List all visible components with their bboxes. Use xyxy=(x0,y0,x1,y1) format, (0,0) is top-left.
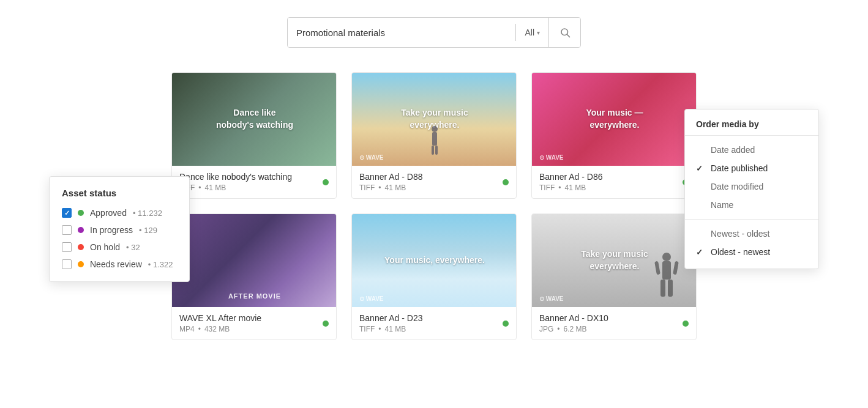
status-label-needs_review: Needs review xyxy=(90,259,142,269)
search-bar-container: All ▾ xyxy=(0,0,868,72)
format-label: JPG xyxy=(539,325,553,333)
order-media-panel: Order media by Date added ✓ Date publish… xyxy=(684,109,819,269)
status-dot xyxy=(503,179,509,185)
card-meta-group: Dance like nobody's watching TIFF • 41 M… xyxy=(179,172,292,192)
sort-option-name[interactable]: Name xyxy=(685,196,818,214)
svg-rect-7 xyxy=(662,261,671,280)
media-card-info: Banner Ad - D88 TIFF • 41 MB xyxy=(352,166,516,198)
filter-label: All xyxy=(525,28,534,37)
status-dot xyxy=(323,179,329,185)
status-checkbox-in_progress[interactable] xyxy=(62,225,72,235)
status-item-needs_review[interactable]: Needs review • 1.322 xyxy=(62,259,177,269)
status-count-approved: • 11.232 xyxy=(133,209,162,218)
sort-label-date_modified: Date modified xyxy=(711,182,763,191)
status-dot xyxy=(323,321,329,327)
dot-separator: • xyxy=(198,325,201,333)
order-divider-top xyxy=(685,135,818,136)
person-silhouette xyxy=(654,252,679,301)
status-dot xyxy=(503,321,509,327)
svg-line-1 xyxy=(567,34,569,37)
dot-separator: • xyxy=(558,184,561,192)
size-label: 6.2 MB xyxy=(564,325,587,333)
media-card-info: Banner Ad - D86 TIFF • 41 MB xyxy=(532,166,696,198)
check-icon-oldest_newest: ✓ xyxy=(696,248,705,257)
status-count-in_progress: • 129 xyxy=(139,226,157,235)
svg-rect-4 xyxy=(432,146,434,155)
format-label: MP4 xyxy=(179,325,195,333)
status-checkbox-approved[interactable] xyxy=(62,208,72,218)
media-card-info: Banner Ad - DX10 JPG • 6.2 MB xyxy=(532,307,696,339)
wave-logo: ⊙ WAVE xyxy=(539,154,563,161)
media-card-title: Banner Ad - DX10 xyxy=(539,313,608,323)
svg-rect-11 xyxy=(673,261,679,275)
media-card-bannerdx10[interactable]: Take your musiceverywhere. ⊙ WAVE Banner… xyxy=(531,213,697,340)
status-item-approved[interactable]: Approved • 11.232 xyxy=(62,208,177,218)
sort-label-date_published: Date published xyxy=(711,163,768,173)
status-color-dot-needs_review xyxy=(78,261,84,267)
media-card-thumb: Your music —everywhere. ⊙ WAVE xyxy=(532,73,697,166)
media-card-banner88[interactable]: Take your musiceverywhere. ⊙ WAVE Banner… xyxy=(351,72,517,199)
dot-separator: • xyxy=(378,325,381,333)
asset-status-title: Asset status xyxy=(62,188,177,198)
check-icon-date_published: ✓ xyxy=(696,164,705,173)
media-card-info: Banner Ad - D23 TIFF • 41 MB xyxy=(352,307,516,339)
sort-option-date_modified[interactable]: Date modified xyxy=(685,177,818,196)
wave-logo: ⊙ WAVE xyxy=(359,154,383,161)
order-media-title: Order media by xyxy=(685,119,818,135)
status-label-in_progress: In progress xyxy=(90,225,133,235)
dot-separator: • xyxy=(198,184,201,192)
size-label: 41 MB xyxy=(385,184,406,192)
media-card-title: Banner Ad - D88 xyxy=(359,172,423,182)
size-label: 41 MB xyxy=(205,184,226,192)
svg-point-6 xyxy=(662,253,671,261)
size-label: 41 MB xyxy=(385,325,406,333)
order-option-newest_oldest[interactable]: Newest - oldest xyxy=(685,224,818,243)
svg-rect-8 xyxy=(660,280,665,297)
media-card-info: WAVE XL After movie MP4 • 432 MB xyxy=(172,307,336,339)
media-card-banner86[interactable]: Your music —everywhere. ⊙ WAVE Banner Ad… xyxy=(531,72,697,199)
search-filter-dropdown[interactable]: All ▾ xyxy=(516,18,548,47)
sort-label-date_added: Date added xyxy=(711,145,755,155)
media-card-thumb: Dance likenobody's watching xyxy=(172,73,337,166)
media-card-dance[interactable]: Dance likenobody's watching Dance like n… xyxy=(171,72,337,199)
dot-separator: • xyxy=(557,325,559,333)
svg-rect-3 xyxy=(432,132,437,146)
search-button[interactable] xyxy=(548,18,580,47)
svg-point-2 xyxy=(432,126,438,132)
media-card-thumb: Take your musiceverywhere. ⊙ WAVE xyxy=(532,214,697,307)
media-card-meta: TIFF • 41 MB xyxy=(539,184,603,192)
media-card-meta: MP4 • 432 MB xyxy=(179,325,261,333)
status-checkbox-needs_review[interactable] xyxy=(62,259,72,269)
sort-option-date_published[interactable]: ✓ Date published xyxy=(685,159,818,177)
media-card-wave_movie[interactable]: AFTER MOVIE WAVE XL After movie MP4 • 43… xyxy=(171,213,337,340)
media-card-title: Banner Ad - D86 xyxy=(539,172,603,182)
status-color-dot-in_progress xyxy=(78,227,84,233)
status-checkbox-on_hold[interactable] xyxy=(62,242,72,252)
content-area: Dance likenobody's watching Dance like n… xyxy=(0,72,868,340)
card-meta-group: Banner Ad - DX10 JPG • 6.2 MB xyxy=(539,313,608,333)
media-card-thumb: Take your musiceverywhere. ⊙ WAVE xyxy=(352,73,517,166)
status-label-approved: Approved xyxy=(90,208,127,218)
svg-rect-5 xyxy=(435,146,438,155)
chevron-down-icon: ▾ xyxy=(537,29,540,36)
search-input[interactable] xyxy=(288,18,515,47)
status-color-dot-on_hold xyxy=(78,244,84,250)
status-item-in_progress[interactable]: In progress • 129 xyxy=(62,225,177,235)
media-card-banner23[interactable]: Your music, everywhere. ⊙ WAVE Banner Ad… xyxy=(351,213,517,340)
wave-logo: ⊙ WAVE xyxy=(539,295,563,302)
status-item-on_hold[interactable]: On hold • 32 xyxy=(62,242,177,252)
format-label: TIFF xyxy=(359,184,375,192)
wave-logo: ⊙ WAVE xyxy=(359,295,383,302)
media-card-title: Dance like nobody's watching xyxy=(179,172,292,182)
format-label: TIFF xyxy=(539,184,555,192)
order-option-oldest_newest[interactable]: ✓ Oldest - newest xyxy=(685,243,818,261)
order-label-oldest_newest: Oldest - newest xyxy=(711,247,770,257)
sort-label-name: Name xyxy=(711,200,733,210)
size-label: 432 MB xyxy=(204,325,230,333)
svg-rect-10 xyxy=(654,261,660,275)
status-count-needs_review: • 1.322 xyxy=(148,260,173,269)
search-bar: All ▾ xyxy=(287,17,581,48)
media-card-meta: TIFF • 41 MB xyxy=(359,325,423,333)
dot-separator: • xyxy=(378,184,381,192)
sort-option-date_added[interactable]: Date added xyxy=(685,141,818,159)
